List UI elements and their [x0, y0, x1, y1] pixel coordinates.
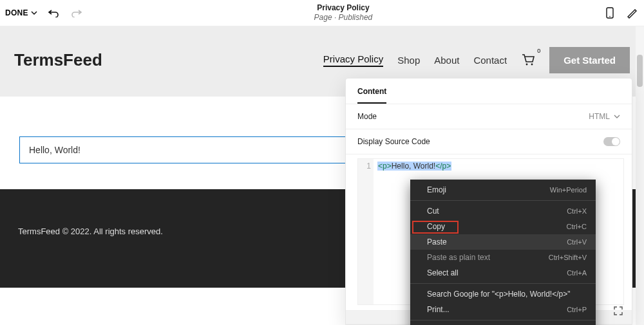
ctx-select-all[interactable]: Select allCtrl+A: [410, 265, 596, 281]
ctx-divider: [410, 200, 596, 201]
editor-topbar-right: [603, 6, 639, 20]
ctx-paste-plain-label: Paste as plain text: [427, 252, 490, 263]
ctx-print-label: Print...: [427, 304, 450, 315]
styles-button[interactable]: [625, 6, 639, 20]
get-started-button[interactable]: Get Started: [549, 47, 630, 73]
source-label: Display Source Code: [357, 137, 430, 146]
ctx-print-shortcut: Ctrl+P: [567, 304, 587, 315]
editor-topbar-left: DONE: [5, 6, 84, 20]
undo-button[interactable]: [46, 6, 61, 20]
line-number: 1: [366, 162, 371, 171]
footer-text: TermsFeed © 2022. All rights reserved.: [18, 227, 163, 236]
editor-topbar: DONE Privacy Policy Page · Published: [0, 0, 644, 26]
ctx-search-label: Search Google for "<p>Hello, World!</p>": [427, 289, 570, 299]
divider: [346, 154, 632, 154]
svg-point-2: [526, 63, 528, 65]
page-title: Privacy Policy: [314, 3, 373, 13]
nav-link-about[interactable]: About: [434, 55, 459, 66]
undo-icon: [48, 8, 59, 17]
code-open-tag: <p>: [378, 162, 392, 171]
ctx-emoji[interactable]: EmojiWin+Period: [410, 182, 596, 198]
ctx-paste[interactable]: PasteCtrl+V: [410, 234, 596, 250]
device-preview-button[interactable]: [603, 6, 617, 20]
ctx-print[interactable]: Print...Ctrl+P: [410, 302, 596, 317]
code-content[interactable]: <p>Hello, World!</p>: [374, 159, 381, 304]
site-brand[interactable]: TermsFeed: [14, 50, 102, 70]
ctx-paste-label: Paste: [427, 237, 447, 247]
mode-label: Mode: [357, 112, 377, 121]
ctx-emoji-shortcut: Win+Period: [550, 185, 587, 195]
mode-value: HTML: [589, 112, 610, 121]
ctx-cut[interactable]: CutCtrl+X: [410, 203, 596, 219]
ctx-search-google[interactable]: Search Google for "<p>Hello, World!</p>": [410, 286, 596, 302]
mobile-icon: [606, 7, 614, 19]
nav-link-shop[interactable]: Shop: [397, 55, 420, 66]
chevron-down-icon: [31, 10, 37, 16]
tab-content[interactable]: Content: [357, 87, 386, 104]
done-label: DONE: [5, 8, 28, 17]
ctx-cut-shortcut: Ctrl+X: [567, 206, 587, 216]
context-menu: EmojiWin+Period CutCtrl+X CopyCtrl+C Pas…: [410, 180, 596, 325]
nav-link-contact[interactable]: Contact: [473, 55, 507, 66]
cart-count: 0: [537, 48, 540, 54]
ctx-copy-shortcut: Ctrl+C: [567, 221, 587, 232]
nav-link-privacy[interactable]: Privacy Policy: [323, 53, 383, 67]
svg-point-3: [531, 63, 533, 65]
redo-button[interactable]: [70, 6, 84, 20]
ctx-select-all-shortcut: Ctrl+A: [567, 268, 587, 278]
mode-row[interactable]: Mode HTML: [346, 104, 632, 129]
mode-value-wrap: HTML: [589, 112, 620, 121]
code-selection: <p>Hello, World!</p>: [377, 162, 451, 171]
redo-icon: [71, 8, 82, 17]
ctx-paste-shortcut: Ctrl+V: [567, 237, 587, 247]
code-text: Hello, World!: [392, 162, 435, 171]
source-toggle[interactable]: [603, 137, 620, 146]
code-close-tag: </p>: [435, 162, 451, 171]
code-gutter: 1: [358, 159, 374, 304]
ctx-paste-plain-shortcut: Ctrl+Shift+V: [549, 252, 587, 263]
cart-button[interactable]: 0: [521, 53, 535, 68]
page-scrollbar-track[interactable]: [636, 26, 644, 325]
chevron-down-icon: [614, 113, 620, 120]
expand-button[interactable]: [611, 304, 625, 318]
ctx-emoji-label: Emoji: [427, 185, 446, 195]
ctx-paste-plain[interactable]: Paste as plain textCtrl+Shift+V: [410, 250, 596, 265]
page-status: Page · Published: [314, 13, 373, 23]
cart-icon: [521, 53, 535, 66]
ctx-select-all-label: Select all: [427, 268, 459, 278]
page-scrollbar-thumb[interactable]: [637, 55, 643, 87]
done-button[interactable]: DONE: [5, 8, 37, 17]
ctx-cut-label: Cut: [427, 206, 439, 216]
content-panel-tabs: Content: [346, 79, 632, 104]
expand-icon: [613, 306, 623, 316]
editor-page-info: Privacy Policy Page · Published: [314, 3, 373, 23]
ctx-copy[interactable]: CopyCtrl+C: [410, 219, 596, 234]
source-row: Display Source Code: [346, 129, 632, 154]
site-nav: Privacy Policy Shop About Contact 0 Get …: [323, 47, 630, 73]
svg-point-1: [609, 16, 611, 17]
ctx-divider: [410, 320, 596, 320]
ctx-copy-label: Copy: [427, 221, 445, 232]
ctx-divider: [410, 283, 596, 284]
paintbrush-icon: [626, 7, 638, 19]
